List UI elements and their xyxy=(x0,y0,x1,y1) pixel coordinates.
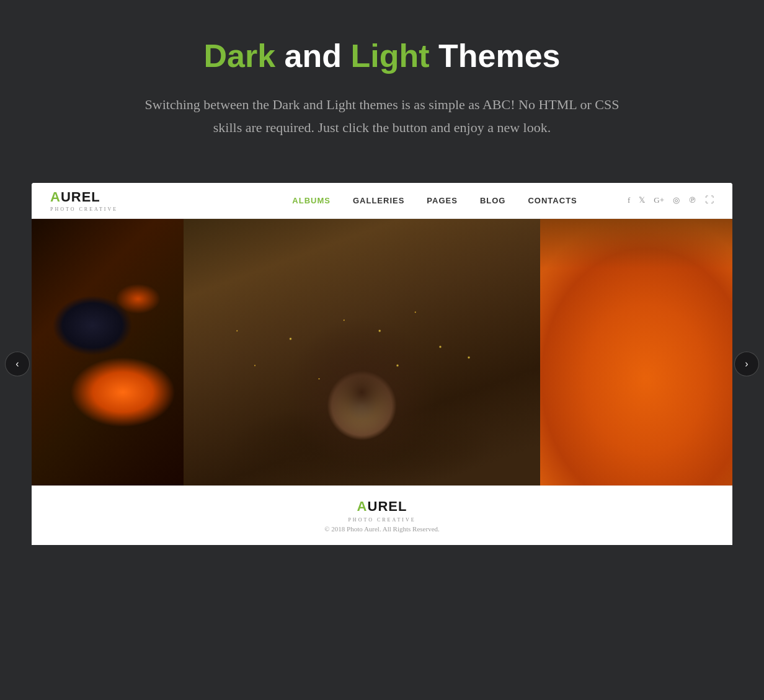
page-wrapper: Dark and Light Themes Switching between … xyxy=(0,0,764,545)
title-light: Light xyxy=(350,38,429,74)
twitter-icon[interactable]: 𝕏 xyxy=(639,195,645,205)
instagram-icon[interactable]: ◎ xyxy=(673,195,680,205)
gallery-image-left xyxy=(32,219,184,485)
fullscreen-icon[interactable]: ⛶ xyxy=(705,195,714,205)
left-arrow-icon: ‹ xyxy=(16,358,19,370)
googleplus-icon[interactable]: G+ xyxy=(654,195,664,205)
nav-link-pages[interactable]: PAGES xyxy=(427,196,458,205)
logo-area: AUREL PHOTO CREATIVE xyxy=(50,189,118,212)
logo-a: A xyxy=(50,189,61,205)
gallery-area xyxy=(32,219,732,485)
logo-rest: UREL xyxy=(61,189,100,205)
mockup-footer: AUREL PHOTO CREATIVE © 2018 Photo Aurel.… xyxy=(32,485,732,545)
top-section: Dark and Light Themes Switching between … xyxy=(0,0,764,164)
logo: AUREL xyxy=(50,189,100,205)
outer-prev-button[interactable]: ‹ xyxy=(5,352,30,376)
pinterest-icon[interactable]: ℗ xyxy=(688,195,696,205)
right-arrow-icon: › xyxy=(745,358,748,370)
footer-logo-a: A xyxy=(357,498,368,514)
footer-logo-subtitle: PHOTO CREATIVE xyxy=(44,517,720,523)
outer-next-button[interactable]: › xyxy=(734,352,759,376)
gallery-image-right xyxy=(540,219,732,485)
footer-copyright: © 2018 Photo Aurel. All Rights Reserved. xyxy=(44,525,720,533)
browser-mockup: AUREL PHOTO CREATIVE ALBUMS GALLERIES PA… xyxy=(32,183,732,545)
subtitle-text: Switching between the Dark and Light the… xyxy=(134,93,630,140)
nav-link-albums[interactable]: ALBUMS xyxy=(292,196,331,205)
footer-logo-rest: UREL xyxy=(368,498,407,514)
nav-link-blog[interactable]: BLOG xyxy=(480,196,506,205)
title-themes: Themes xyxy=(430,38,561,74)
nav-links: ALBUMS GALLERIES PAGES BLOG CONTACTS xyxy=(292,196,577,205)
title-and: and xyxy=(275,38,350,74)
main-title: Dark and Light Themes xyxy=(12,37,752,74)
logo-subtitle: PHOTO CREATIVE xyxy=(50,206,118,212)
gallery-image-center xyxy=(184,219,540,485)
nav-social: f 𝕏 G+ ◎ ℗ ⛶ xyxy=(628,195,714,205)
footer-logo: AUREL xyxy=(44,498,720,515)
nav-link-galleries[interactable]: GALLERIES xyxy=(353,196,404,205)
nav-link-contacts[interactable]: CONTACTS xyxy=(528,196,577,205)
title-dark: Dark xyxy=(203,38,275,74)
preview-container: ‹ › AUREL PHOTO CREATIVE ALBUMS GALLERIE… xyxy=(0,183,764,545)
nav-bar: AUREL PHOTO CREATIVE ALBUMS GALLERIES PA… xyxy=(32,183,732,219)
facebook-icon[interactable]: f xyxy=(628,195,630,205)
